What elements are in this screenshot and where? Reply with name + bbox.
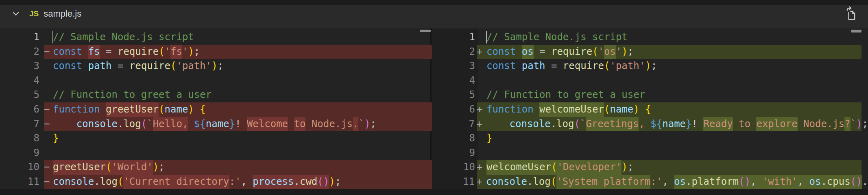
modified-editor[interactable]: 1// Sample Node.js script2+const os = re… [434,28,868,189]
diff-line[interactable]: 11−console.log('Current directory:', pro… [0,175,432,189]
diff-header: JS sample.js [0,5,868,28]
line-number: 10 [434,160,477,175]
code-text: console.log('Current directory:', proces… [53,175,432,189]
inline-diff-highlight: ) [323,175,329,189]
diff-line[interactable]: 8} [0,131,432,146]
inline-diff-highlight: ( [851,175,856,189]
code-text: welcomeUser('Developer'); [486,160,868,175]
line-number: 7 [434,117,476,132]
code-text: // Sample Node.js script [53,30,432,45]
inline-diff-highlight: ) [856,175,862,189]
diff-line[interactable]: 1// Sample Node.js script [434,30,868,45]
diff-sign [44,146,53,160]
diff-sign [44,59,53,74]
inline-diff-highlight: platform [691,175,739,189]
diff-sign [477,146,486,160]
line-number: 4 [434,74,477,88]
code-text [486,146,868,160]
diff-sign [477,131,486,146]
diff-line[interactable]: 6−function greetUser(name) { [0,102,432,117]
code-text: const os = require('os'); [486,45,868,59]
inline-diff-highlight: Hello, [153,117,188,132]
line-number: 9 [434,146,477,160]
inline-diff-highlight: cwd [300,175,317,189]
diff-sign [44,131,53,146]
diff-line[interactable]: 5// Function to greet a user [434,88,868,102]
inline-diff-highlight: , [798,175,809,189]
diff-sign [44,30,53,45]
inline-diff-highlight: cpus [827,175,851,189]
diff-line[interactable]: 9 [0,146,432,160]
diff-line[interactable]: 10−greetUser('World'); [0,160,432,175]
inline-diff-highlight: fs [170,45,182,59]
inline-diff-highlight: welcomeUser [539,102,604,117]
inline-diff-highlight: ) [745,175,750,189]
diff-sign: − [44,175,53,189]
inline-diff-highlight: os [674,175,686,189]
chevron-down-icon[interactable] [11,9,21,19]
line-number: 6 [434,102,477,117]
top-strip [0,0,868,5]
diff-sign [44,88,53,102]
diff-line[interactable]: 8} [434,131,868,146]
code-text: const fs = require('fs'); [53,45,432,59]
diff-editor-window: JS sample.js 1// Sample Node.js script2−… [0,0,868,195]
inline-diff-highlight: 'Current directory [123,175,229,189]
line-number: 3 [434,59,477,74]
inline-diff-highlight: , [750,175,762,189]
inline-diff-highlight: greetUser [53,160,106,175]
code-text: console.log(`Greetings, ${name}! Ready t… [486,117,868,132]
diff-line[interactable]: 7+ console.log(`Greetings, ${name}! Read… [434,117,868,132]
diff-line[interactable]: 2+const os = require('os'); [434,45,868,59]
inline-diff-highlight: 'System platform [556,175,650,189]
inline-diff-highlight: . [686,175,691,189]
diff-line[interactable]: 4 [0,74,432,88]
original-editor[interactable]: 1// Sample Node.js script2−const fs = re… [0,28,432,189]
diff-sign: + [476,117,486,132]
diff-line[interactable]: 9 [434,146,868,160]
code-text [53,74,432,88]
diff-line[interactable]: 7− console.log(`Hello, ${name}! Welcome … [0,117,432,132]
line-number: 9 [0,146,44,160]
code-text: const path = require('path'); [53,59,432,74]
overview-cursor-mark-left [420,30,431,32]
bottom-strip [0,189,868,195]
diff-line[interactable]: 10+welcomeUser('Developer'); [434,160,868,175]
inline-diff-highlight: welcomeUser [486,160,551,175]
line-number: 5 [434,88,477,102]
text-cursor [52,31,53,43]
inline-diff-highlight: greetUser [106,102,159,117]
diff-sign [477,88,486,102]
inline-diff-highlight: . [821,175,827,189]
diff-line[interactable]: 1// Sample Node.js script [0,30,432,45]
inline-diff-highlight: Greetings [586,117,639,132]
diff-line[interactable]: 3const path = require('path'); [434,59,868,74]
file-name: sample.js [44,9,81,19]
code-text: greetUser('World'); [53,160,432,175]
diff-line[interactable]: 5// Function to greet a user [0,88,432,102]
diff-line[interactable]: 3const path = require('path'); [0,59,432,74]
inline-diff-highlight: 'Developer' [557,160,622,175]
diff-line[interactable]: 11+console.log('System platform:', os.pl… [434,175,868,189]
code-text: const path = require('path'); [486,59,868,74]
diff-sign [477,74,486,88]
line-number: 10 [0,160,44,175]
line-number: 6 [0,102,44,117]
diff-sign: + [477,45,486,59]
line-number: 2 [0,45,44,59]
diff-sign: − [44,102,53,117]
line-number: 1 [434,30,477,45]
line-number: 2 [434,45,477,59]
go-to-file-icon[interactable] [844,6,858,21]
line-number: 5 [0,88,44,102]
inline-diff-highlight: fs [88,45,100,59]
inline-diff-highlight: 'with' [762,175,798,189]
diff-line[interactable]: 4 [434,74,868,88]
diff-code-area: 1// Sample Node.js script2−const fs = re… [0,28,868,189]
diff-line[interactable]: 6+function welcomeUser(name) { [434,102,868,117]
inline-diff-highlight: ( [106,160,111,175]
code-text: } [53,131,432,146]
inline-diff-highlight: os [604,45,616,59]
diff-line[interactable]: 2−const fs = require('fs'); [0,45,432,59]
inline-diff-highlight: ( [551,160,557,175]
